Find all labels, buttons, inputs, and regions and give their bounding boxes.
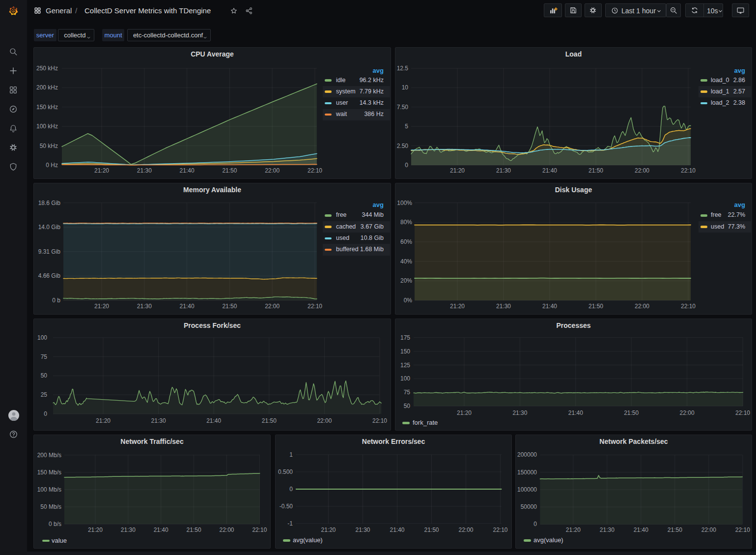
svg-text:22:10: 22:10 xyxy=(372,417,387,424)
svg-text:80%: 80% xyxy=(400,219,412,226)
svg-text:22:10: 22:10 xyxy=(308,167,322,174)
svg-text:21:40: 21:40 xyxy=(390,526,404,533)
svg-text:21:50: 21:50 xyxy=(588,167,603,174)
svg-text:18.6 Gib: 18.6 Gib xyxy=(38,200,61,206)
svg-text:-1: -1 xyxy=(287,520,293,527)
svg-text:40%: 40% xyxy=(400,258,412,265)
svg-text:100%: 100% xyxy=(397,200,412,206)
svg-text:14.0 Gib: 14.0 Gib xyxy=(38,224,61,231)
svg-text:22:10: 22:10 xyxy=(681,303,696,310)
svg-text:22:10: 22:10 xyxy=(252,526,267,533)
svg-text:22:00: 22:00 xyxy=(265,167,280,174)
svg-text:125: 125 xyxy=(400,362,410,369)
svg-text:0: 0 xyxy=(533,521,537,527)
svg-text:10: 10 xyxy=(402,84,409,91)
svg-text:-0.50: -0.50 xyxy=(280,503,293,510)
svg-text:22:10: 22:10 xyxy=(493,526,507,533)
svg-text:50 Mb/s: 50 Mb/s xyxy=(40,503,61,510)
svg-text:200 Mb/s: 200 Mb/s xyxy=(37,452,61,459)
svg-text:21:40: 21:40 xyxy=(206,417,221,424)
svg-text:22:00: 22:00 xyxy=(680,409,695,416)
svg-text:2.50: 2.50 xyxy=(397,143,409,149)
svg-text:22:00: 22:00 xyxy=(635,303,649,310)
svg-text:50: 50 xyxy=(41,372,48,379)
svg-text:20%: 20% xyxy=(400,277,412,284)
svg-text:21:40: 21:40 xyxy=(542,303,557,310)
svg-text:21:50: 21:50 xyxy=(588,303,603,310)
svg-text:21:30: 21:30 xyxy=(600,526,615,533)
svg-text:21:30: 21:30 xyxy=(496,303,511,310)
svg-text:100 kHz: 100 kHz xyxy=(36,123,58,130)
svg-text:21:50: 21:50 xyxy=(222,167,237,174)
svg-text:21:40: 21:40 xyxy=(542,167,557,174)
svg-text:100000: 100000 xyxy=(517,486,537,493)
svg-text:22:10: 22:10 xyxy=(681,167,696,174)
svg-text:21:30: 21:30 xyxy=(512,409,527,416)
svg-text:50 kHz: 50 kHz xyxy=(40,143,58,149)
svg-text:75: 75 xyxy=(41,353,48,360)
svg-text:21:20: 21:20 xyxy=(450,303,465,310)
svg-text:21:40: 21:40 xyxy=(154,526,168,533)
svg-text:50: 50 xyxy=(404,403,411,409)
svg-text:21:30: 21:30 xyxy=(496,167,511,174)
svg-text:0: 0 xyxy=(289,486,293,493)
svg-text:21:40: 21:40 xyxy=(634,526,648,533)
svg-text:22:00: 22:00 xyxy=(458,526,473,533)
svg-text:22:00: 22:00 xyxy=(317,417,332,424)
svg-text:60%: 60% xyxy=(400,238,412,245)
svg-text:0: 0 xyxy=(405,162,408,169)
svg-text:12.5: 12.5 xyxy=(397,65,409,72)
svg-text:21:20: 21:20 xyxy=(88,526,103,533)
svg-text:4.66 Gib: 4.66 Gib xyxy=(38,272,61,279)
svg-text:200 kHz: 200 kHz xyxy=(36,84,58,91)
svg-text:22:10: 22:10 xyxy=(735,526,750,533)
svg-text:25: 25 xyxy=(41,391,48,398)
svg-text:150 Mb/s: 150 Mb/s xyxy=(37,469,61,476)
svg-text:100 Mb/s: 100 Mb/s xyxy=(37,486,61,493)
svg-text:21:30: 21:30 xyxy=(121,526,136,533)
svg-text:50000: 50000 xyxy=(521,503,537,510)
svg-text:21:40: 21:40 xyxy=(568,409,583,416)
svg-text:21:50: 21:50 xyxy=(262,417,277,424)
svg-text:21:30: 21:30 xyxy=(355,526,370,533)
svg-text:21:20: 21:20 xyxy=(566,526,581,533)
svg-text:0 b/s: 0 b/s xyxy=(49,521,61,527)
svg-text:21:40: 21:40 xyxy=(180,167,195,174)
svg-text:22:00: 22:00 xyxy=(635,167,649,174)
svg-text:21:20: 21:20 xyxy=(450,167,465,174)
svg-text:100: 100 xyxy=(400,375,410,382)
svg-text:22:00: 22:00 xyxy=(701,526,716,533)
svg-text:21:50: 21:50 xyxy=(668,526,682,533)
svg-text:21:20: 21:20 xyxy=(457,409,472,416)
svg-text:21:20: 21:20 xyxy=(321,526,336,533)
svg-text:150: 150 xyxy=(400,348,410,355)
svg-text:21:50: 21:50 xyxy=(424,526,439,533)
svg-text:21:30: 21:30 xyxy=(151,417,166,424)
svg-text:22:10: 22:10 xyxy=(308,303,322,310)
svg-text:22:10: 22:10 xyxy=(735,409,750,416)
svg-text:0%: 0% xyxy=(404,297,413,304)
svg-text:75: 75 xyxy=(404,389,411,396)
svg-text:5: 5 xyxy=(405,123,408,130)
svg-text:200000: 200000 xyxy=(517,451,537,458)
svg-text:21:20: 21:20 xyxy=(94,167,109,174)
svg-text:9.31 Gib: 9.31 Gib xyxy=(38,248,61,255)
svg-text:0 Hz: 0 Hz xyxy=(46,162,58,169)
svg-text:21:40: 21:40 xyxy=(180,303,195,310)
svg-text:100: 100 xyxy=(37,334,47,341)
svg-text:22:00: 22:00 xyxy=(265,303,280,310)
svg-text:21:50: 21:50 xyxy=(624,409,639,416)
svg-text:0: 0 xyxy=(44,410,47,417)
svg-text:21:20: 21:20 xyxy=(94,303,109,310)
svg-text:150 kHz: 150 kHz xyxy=(36,104,58,111)
svg-text:0.500: 0.500 xyxy=(278,468,293,475)
svg-text:21:50: 21:50 xyxy=(187,526,201,533)
svg-text:22:00: 22:00 xyxy=(219,526,234,533)
svg-text:0 b: 0 b xyxy=(52,297,60,304)
svg-text:250 kHz: 250 kHz xyxy=(36,65,58,72)
svg-text:1: 1 xyxy=(289,451,293,458)
svg-text:21:30: 21:30 xyxy=(137,303,152,310)
svg-text:21:20: 21:20 xyxy=(96,417,111,424)
svg-text:150000: 150000 xyxy=(517,469,537,476)
svg-text:21:50: 21:50 xyxy=(222,303,237,310)
